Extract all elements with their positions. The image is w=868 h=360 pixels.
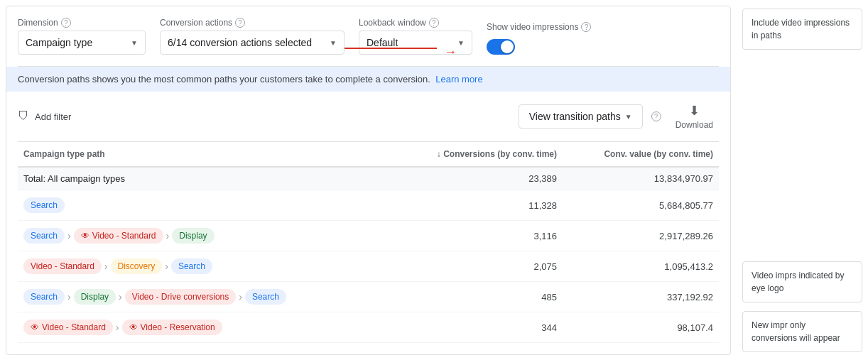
table-header: Campaign type path ↓ Conversions (by con… (18, 142, 719, 168)
filter-right: View transition paths ▼ ? ⬇ Download (519, 100, 719, 133)
conv-value-cell: 98,107.4 (563, 322, 719, 333)
conv-value-cell: 337,192.92 (563, 292, 719, 302)
eye-icon: 👁 (31, 322, 39, 332)
total-label: Total: All campaign types (18, 173, 406, 184)
sidebar-annotations: Include video impressions in paths Video… (737, 0, 868, 360)
path-chip: 👁 Video - Standard (23, 320, 113, 335)
path-cell: Search›Display›Video - Drive conversions… (18, 288, 406, 306)
controls-row: Dimension ? Campaign type ▼ Conversion a… (18, 18, 719, 67)
path-cell: Video - Standard›Discovery›Search (18, 257, 406, 276)
filter-icon: ⛉ (18, 110, 29, 123)
th-conversions: ↓ Conversions (by conv. time) (406, 149, 563, 159)
info-bar: Conversion paths shows you the most comm… (6, 67, 730, 92)
conv-value-cell: 2,917,289.26 (563, 231, 719, 241)
path-chip: Video - Standard (23, 258, 102, 274)
view-paths-label: View transition paths (529, 111, 621, 122)
conv-value-cell: 5,684,805.77 (563, 200, 719, 211)
path-chip: Search (23, 228, 65, 244)
filter-left: ⛉ Add filter (18, 110, 71, 123)
path-cell: Search›👁 Video - Standard›Display (18, 227, 406, 245)
video-impressions-toggle[interactable] (487, 39, 515, 55)
conv-value-cell: 1,095,413.2 (563, 261, 719, 272)
conversion-actions-group: Conversion actions ? 6/14 conversion act… (160, 18, 345, 55)
path-chip: Search (23, 289, 65, 305)
video-label: Show video impressions ? (487, 22, 591, 32)
dimension-help-icon[interactable]: ? (61, 18, 71, 28)
info-bar-text: Conversion paths shows you the most comm… (18, 74, 430, 84)
conversions-cell: 3,116 (406, 231, 563, 241)
dimension-value: Campaign type (26, 37, 92, 48)
conversion-value: 6/14 conversion actions selected (168, 37, 312, 48)
download-icon: ⬇ (689, 103, 700, 119)
conversion-paths-table: Campaign type path ↓ Conversions (by con… (18, 142, 719, 343)
toggle-arrow: → (444, 45, 457, 60)
conversions-cell: 344 (406, 322, 563, 333)
filter-row: ⛉ Add filter View transition paths ▼ ? ⬇… (18, 92, 719, 142)
video-label-text: Show video impressions (487, 22, 578, 32)
path-chip: Search (245, 289, 286, 305)
total-row: Total: All campaign types 23,389 13,834,… (18, 168, 719, 190)
table-body: Search11,3285,684,805.77Search›👁 Video -… (18, 190, 719, 343)
download-label: Download (676, 120, 713, 130)
chip-arrow: › (239, 291, 242, 302)
path-chip: 👁 Video - Reservation (122, 320, 222, 335)
conversion-help-icon[interactable]: ? (235, 18, 245, 28)
conversions-cell: 2,075 (406, 261, 563, 272)
path-chip: Video - Drive conversions (125, 289, 237, 305)
eye-icon: 👁 (81, 231, 89, 241)
dimension-group: Dimension ? Campaign type ▼ (18, 18, 146, 55)
main-panel: Dimension ? Campaign type ▼ Conversion a… (6, 6, 731, 355)
lookback-chevron: ▼ (457, 39, 465, 47)
toggle-arrow-line (345, 48, 437, 49)
download-button[interactable]: ⬇ Download (670, 100, 719, 133)
table-row: Video - Standard›Discovery›Search2,0751,… (18, 251, 719, 282)
dimension-chevron: ▼ (131, 39, 138, 47)
video-help-icon[interactable]: ? (581, 22, 591, 32)
conversions-cell: 11,328 (406, 200, 563, 211)
view-transition-paths-button[interactable]: View transition paths ▼ (519, 104, 643, 129)
th-conv-value: Conv. value (by conv. time) (563, 149, 719, 159)
learn-more-link[interactable]: Learn more (435, 74, 482, 84)
chip-arrow: › (104, 261, 108, 272)
table-row: Search›👁 Video - Standard›Display3,1162,… (18, 221, 719, 251)
chip-arrow: › (166, 230, 170, 241)
chip-arrow: › (67, 230, 71, 241)
eye-icon: 👁 (129, 322, 138, 332)
table-row: 👁 Video - Standard›👁 Video - Reservation… (18, 312, 719, 343)
add-filter-label[interactable]: Add filter (35, 111, 71, 122)
annotation-video-eye: Video imprs indicated by eye logo (742, 261, 862, 302)
table-row: Search›Display›Video - Drive conversions… (18, 282, 719, 312)
path-chip: Search (23, 197, 65, 213)
chip-arrow: › (67, 291, 71, 302)
dimension-label-text: Dimension (18, 18, 58, 28)
conversion-chevron: ▼ (330, 39, 337, 47)
path-cell: Search (18, 196, 406, 214)
conversions-cell: 485 (406, 292, 563, 302)
total-conv-value: 13,834,970.97 (563, 173, 719, 184)
path-chip: 👁 Video - Standard (74, 228, 163, 244)
path-chip: Discovery (111, 258, 163, 274)
table-row: Search11,3285,684,805.77 (18, 190, 719, 221)
lookback-help-icon[interactable]: ? (429, 18, 439, 28)
path-cell: 👁 Video - Standard›👁 Video - Reservation (18, 318, 406, 337)
lookback-value: Default (367, 37, 398, 48)
total-conversions: 23,389 (406, 173, 563, 184)
annotation-include-video: Include video impressions in paths (742, 9, 862, 50)
path-chip: Display (74, 289, 116, 305)
conversion-actions-select[interactable]: 6/14 conversion actions selected ▼ (160, 31, 345, 55)
view-paths-help-icon[interactable]: ? (651, 111, 661, 121)
view-paths-chevron: ▼ (625, 113, 632, 121)
chip-arrow: › (119, 291, 122, 302)
conversion-label-text: Conversion actions (160, 18, 232, 28)
dimension-label: Dimension ? (18, 18, 146, 28)
video-impressions-group: Show video impressions ? → (487, 22, 591, 55)
th-path: Campaign type path (18, 149, 406, 159)
chip-arrow: › (165, 261, 168, 272)
chip-arrow: › (116, 322, 119, 333)
lookback-label-text: Lookback window (359, 18, 426, 28)
conversion-label: Conversion actions ? (160, 18, 345, 28)
dimension-select[interactable]: Campaign type ▼ (18, 31, 146, 55)
lookback-label: Lookback window ? (359, 18, 472, 28)
annotation-new-impr: New impr only conversions will appear (742, 311, 862, 352)
path-chip: Display (172, 228, 214, 244)
